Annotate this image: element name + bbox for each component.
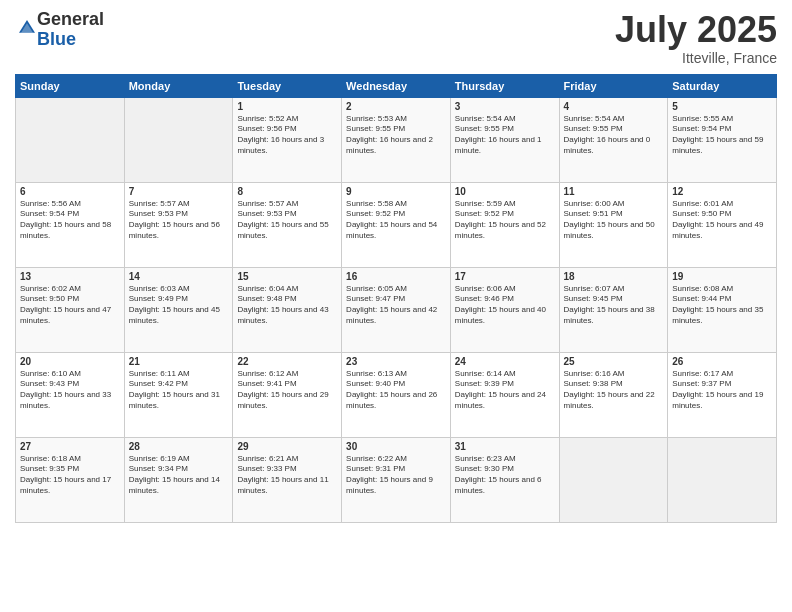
cell-content: Sunrise: 6:17 AMSunset: 9:37 PMDaylight:… [672, 369, 772, 412]
calendar-cell: 28Sunrise: 6:19 AMSunset: 9:34 PMDayligh… [124, 437, 233, 522]
day-number: 28 [129, 441, 229, 452]
logo-blue: Blue [37, 29, 76, 49]
day-number: 4 [564, 101, 664, 112]
calendar-cell: 3Sunrise: 5:54 AMSunset: 9:55 PMDaylight… [450, 97, 559, 182]
location: Itteville, France [615, 50, 777, 66]
calendar-week-row: 1Sunrise: 5:52 AMSunset: 9:56 PMDaylight… [16, 97, 777, 182]
day-number: 1 [237, 101, 337, 112]
day-number: 5 [672, 101, 772, 112]
cell-content: Sunrise: 6:02 AMSunset: 9:50 PMDaylight:… [20, 284, 120, 327]
cell-content: Sunrise: 6:04 AMSunset: 9:48 PMDaylight:… [237, 284, 337, 327]
calendar-cell: 16Sunrise: 6:05 AMSunset: 9:47 PMDayligh… [342, 267, 451, 352]
cell-content: Sunrise: 5:55 AMSunset: 9:54 PMDaylight:… [672, 114, 772, 157]
cell-content: Sunrise: 6:18 AMSunset: 9:35 PMDaylight:… [20, 454, 120, 497]
day-number: 30 [346, 441, 446, 452]
calendar-cell: 11Sunrise: 6:00 AMSunset: 9:51 PMDayligh… [559, 182, 668, 267]
cell-content: Sunrise: 5:56 AMSunset: 9:54 PMDaylight:… [20, 199, 120, 242]
day-number: 9 [346, 186, 446, 197]
calendar-cell: 29Sunrise: 6:21 AMSunset: 9:33 PMDayligh… [233, 437, 342, 522]
calendar-cell: 30Sunrise: 6:22 AMSunset: 9:31 PMDayligh… [342, 437, 451, 522]
cell-content: Sunrise: 5:52 AMSunset: 9:56 PMDaylight:… [237, 114, 337, 157]
day-number: 15 [237, 271, 337, 282]
calendar-cell: 27Sunrise: 6:18 AMSunset: 9:35 PMDayligh… [16, 437, 125, 522]
cell-content: Sunrise: 6:01 AMSunset: 9:50 PMDaylight:… [672, 199, 772, 242]
cell-content: Sunrise: 5:59 AMSunset: 9:52 PMDaylight:… [455, 199, 555, 242]
cell-content: Sunrise: 6:14 AMSunset: 9:39 PMDaylight:… [455, 369, 555, 412]
day-number: 3 [455, 101, 555, 112]
weekday-header: Thursday [450, 74, 559, 97]
calendar-week-row: 13Sunrise: 6:02 AMSunset: 9:50 PMDayligh… [16, 267, 777, 352]
calendar-page: General Blue July 2025 Itteville, France… [0, 0, 792, 612]
calendar-cell: 2Sunrise: 5:53 AMSunset: 9:55 PMDaylight… [342, 97, 451, 182]
calendar-cell: 31Sunrise: 6:23 AMSunset: 9:30 PMDayligh… [450, 437, 559, 522]
calendar-cell: 6Sunrise: 5:56 AMSunset: 9:54 PMDaylight… [16, 182, 125, 267]
day-number: 14 [129, 271, 229, 282]
day-number: 20 [20, 356, 120, 367]
cell-content: Sunrise: 6:05 AMSunset: 9:47 PMDaylight:… [346, 284, 446, 327]
cell-content: Sunrise: 5:53 AMSunset: 9:55 PMDaylight:… [346, 114, 446, 157]
calendar-cell: 25Sunrise: 6:16 AMSunset: 9:38 PMDayligh… [559, 352, 668, 437]
cell-content: Sunrise: 6:06 AMSunset: 9:46 PMDaylight:… [455, 284, 555, 327]
day-number: 2 [346, 101, 446, 112]
day-number: 6 [20, 186, 120, 197]
cell-content: Sunrise: 6:21 AMSunset: 9:33 PMDaylight:… [237, 454, 337, 497]
cell-content: Sunrise: 6:22 AMSunset: 9:31 PMDaylight:… [346, 454, 446, 497]
header: General Blue July 2025 Itteville, France [15, 10, 777, 66]
day-number: 17 [455, 271, 555, 282]
month-title: July 2025 [615, 10, 777, 50]
calendar-cell: 23Sunrise: 6:13 AMSunset: 9:40 PMDayligh… [342, 352, 451, 437]
day-number: 18 [564, 271, 664, 282]
calendar-cell: 19Sunrise: 6:08 AMSunset: 9:44 PMDayligh… [668, 267, 777, 352]
day-number: 7 [129, 186, 229, 197]
calendar-cell: 26Sunrise: 6:17 AMSunset: 9:37 PMDayligh… [668, 352, 777, 437]
day-number: 12 [672, 186, 772, 197]
calendar-cell: 21Sunrise: 6:11 AMSunset: 9:42 PMDayligh… [124, 352, 233, 437]
cell-content: Sunrise: 6:11 AMSunset: 9:42 PMDaylight:… [129, 369, 229, 412]
calendar-cell [559, 437, 668, 522]
calendar-cell: 10Sunrise: 5:59 AMSunset: 9:52 PMDayligh… [450, 182, 559, 267]
day-number: 25 [564, 356, 664, 367]
day-number: 23 [346, 356, 446, 367]
calendar-cell: 4Sunrise: 5:54 AMSunset: 9:55 PMDaylight… [559, 97, 668, 182]
calendar-cell: 1Sunrise: 5:52 AMSunset: 9:56 PMDaylight… [233, 97, 342, 182]
calendar-cell: 13Sunrise: 6:02 AMSunset: 9:50 PMDayligh… [16, 267, 125, 352]
weekday-header: Tuesday [233, 74, 342, 97]
day-number: 10 [455, 186, 555, 197]
logo-icon [17, 18, 37, 38]
cell-content: Sunrise: 5:57 AMSunset: 9:53 PMDaylight:… [237, 199, 337, 242]
day-number: 11 [564, 186, 664, 197]
weekday-header: Wednesday [342, 74, 451, 97]
cell-content: Sunrise: 6:23 AMSunset: 9:30 PMDaylight:… [455, 454, 555, 497]
cell-content: Sunrise: 6:03 AMSunset: 9:49 PMDaylight:… [129, 284, 229, 327]
day-number: 22 [237, 356, 337, 367]
cell-content: Sunrise: 6:07 AMSunset: 9:45 PMDaylight:… [564, 284, 664, 327]
cell-content: Sunrise: 5:54 AMSunset: 9:55 PMDaylight:… [564, 114, 664, 157]
cell-content: Sunrise: 5:58 AMSunset: 9:52 PMDaylight:… [346, 199, 446, 242]
logo-general: General [37, 9, 104, 29]
calendar-cell [16, 97, 125, 182]
day-number: 26 [672, 356, 772, 367]
day-number: 21 [129, 356, 229, 367]
calendar-cell: 8Sunrise: 5:57 AMSunset: 9:53 PMDaylight… [233, 182, 342, 267]
calendar-cell: 20Sunrise: 6:10 AMSunset: 9:43 PMDayligh… [16, 352, 125, 437]
calendar-cell: 9Sunrise: 5:58 AMSunset: 9:52 PMDaylight… [342, 182, 451, 267]
cell-content: Sunrise: 6:10 AMSunset: 9:43 PMDaylight:… [20, 369, 120, 412]
calendar-cell: 18Sunrise: 6:07 AMSunset: 9:45 PMDayligh… [559, 267, 668, 352]
calendar-cell: 24Sunrise: 6:14 AMSunset: 9:39 PMDayligh… [450, 352, 559, 437]
calendar-week-row: 20Sunrise: 6:10 AMSunset: 9:43 PMDayligh… [16, 352, 777, 437]
calendar-table: SundayMondayTuesdayWednesdayThursdayFrid… [15, 74, 777, 523]
cell-content: Sunrise: 6:08 AMSunset: 9:44 PMDaylight:… [672, 284, 772, 327]
day-number: 16 [346, 271, 446, 282]
weekday-header: Saturday [668, 74, 777, 97]
calendar-cell: 17Sunrise: 6:06 AMSunset: 9:46 PMDayligh… [450, 267, 559, 352]
cell-content: Sunrise: 6:19 AMSunset: 9:34 PMDaylight:… [129, 454, 229, 497]
calendar-cell: 15Sunrise: 6:04 AMSunset: 9:48 PMDayligh… [233, 267, 342, 352]
calendar-cell: 5Sunrise: 5:55 AMSunset: 9:54 PMDaylight… [668, 97, 777, 182]
cell-content: Sunrise: 6:12 AMSunset: 9:41 PMDaylight:… [237, 369, 337, 412]
calendar-week-row: 6Sunrise: 5:56 AMSunset: 9:54 PMDaylight… [16, 182, 777, 267]
day-number: 13 [20, 271, 120, 282]
weekday-header-row: SundayMondayTuesdayWednesdayThursdayFrid… [16, 74, 777, 97]
cell-content: Sunrise: 5:57 AMSunset: 9:53 PMDaylight:… [129, 199, 229, 242]
cell-content: Sunrise: 6:00 AMSunset: 9:51 PMDaylight:… [564, 199, 664, 242]
calendar-cell: 12Sunrise: 6:01 AMSunset: 9:50 PMDayligh… [668, 182, 777, 267]
